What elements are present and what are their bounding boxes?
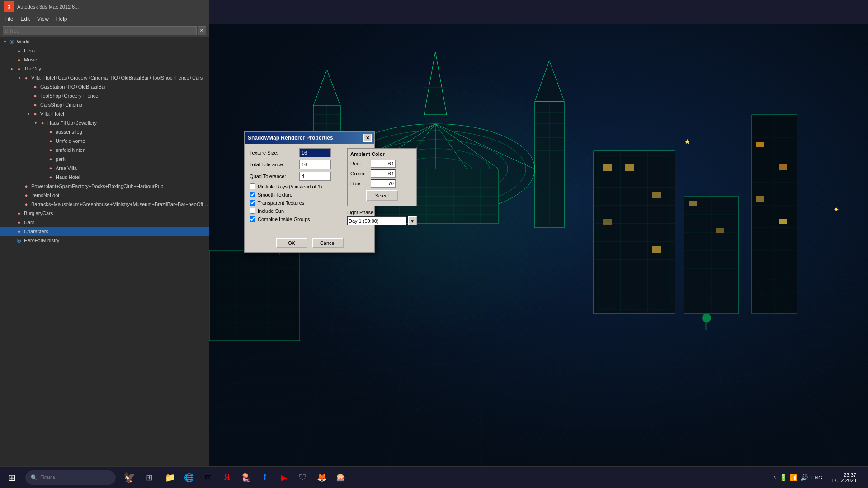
- taskbar-bird-icon[interactable]: 🦅: [120, 467, 138, 488]
- tree-node-barracks[interactable]: ● Barracks+Mausoleum+Greenhouse+Ministry…: [0, 200, 209, 209]
- include-sun-row: Include Sun: [250, 208, 331, 214]
- green-input[interactable]: [371, 169, 396, 178]
- svg-rect-73: [779, 164, 787, 170]
- taskbar-mail-icon[interactable]: ✉: [199, 467, 217, 488]
- taskbar-youtube-icon[interactable]: ▶: [275, 467, 293, 488]
- scene-tree: ▼ ◎ World ♦ Hero ♦ Music ► ♦ TheCity ▼ ●…: [0, 37, 209, 458]
- quad-tolerance-input[interactable]: [299, 172, 331, 181]
- menu-view[interactable]: View: [33, 14, 52, 24]
- smooth-texture-checkbox[interactable]: [250, 192, 255, 197]
- svg-line-81: [209, 363, 868, 431]
- expand-icon-music: [9, 56, 15, 63]
- texture-size-label: Texture Size:: [250, 150, 299, 155]
- total-tolerance-input[interactable]: [299, 160, 331, 169]
- red-label: Red:: [350, 161, 371, 166]
- tree-node-carsshop[interactable]: ● CarsShop+Cinema: [0, 100, 209, 109]
- green-row: Green:: [350, 169, 414, 178]
- tree-search-close[interactable]: ✕: [198, 26, 206, 35]
- tree-node-itemsnoloot[interactable]: ● ItemsNoLoot: [0, 191, 209, 200]
- blue-input[interactable]: [371, 179, 396, 188]
- gasstation-icon: ●: [32, 83, 39, 90]
- light-phase-input[interactable]: [347, 216, 406, 225]
- tree-node-world[interactable]: ▼ ◎ World: [0, 37, 209, 46]
- expand-icon-umfeld-hinten: [41, 147, 47, 153]
- cancel-button[interactable]: Cancel: [312, 238, 344, 248]
- taskbar-view-icon[interactable]: ⊞: [140, 467, 158, 488]
- chevron-up-icon[interactable]: ∧: [773, 474, 777, 481]
- ambient-select-button[interactable]: Select: [366, 190, 398, 201]
- multiple-rays-checkbox[interactable]: [250, 183, 255, 189]
- dialog-footer: OK Cancel: [245, 234, 374, 252]
- tree-node-heroforministry-label: HeroForMinistry: [24, 238, 59, 243]
- start-button[interactable]: ⊞: [0, 467, 24, 488]
- tree-node-burglarycars[interactable]: ● BurglaryCars: [0, 209, 209, 218]
- expand-icon-toolshop: [25, 93, 32, 99]
- tree-node-powerplant[interactable]: ● Powerplant+SpamFactory+Docks+BoxingClu…: [0, 182, 209, 191]
- menu-file[interactable]: File: [1, 14, 17, 24]
- expand-icon-thecity: ►: [9, 66, 15, 72]
- tree-node-villahotel-sub-label: Villa+Hotel: [40, 111, 64, 117]
- world-icon: ◎: [8, 38, 15, 45]
- tree-node-music[interactable]: ♦ Music: [0, 55, 209, 64]
- app-header: 3 Autodesk 3ds Max 2012 6...: [0, 0, 209, 14]
- tree-node-aussenstieg[interactable]: ● aussenstieg: [0, 127, 209, 136]
- svg-rect-100: [705, 322, 707, 330]
- select-button-container: Select: [350, 190, 414, 201]
- carsshop-icon: ●: [32, 101, 39, 108]
- tree-node-heroforministry[interactable]: ◎ HeroForMinistry: [0, 236, 209, 245]
- tree-node-haus-hotel[interactable]: ● Haus Hotel: [0, 173, 209, 182]
- svg-rect-62: [689, 201, 697, 206]
- tree-search-input[interactable]: [3, 26, 197, 35]
- tree-node-villahotel-sub[interactable]: ▼ ● Villa+Hotel: [0, 109, 209, 118]
- tree-node-villahotel-full[interactable]: ▼ ● Villa+Hotel+Gas+Grocery+Cinema+HQ+Ol…: [0, 73, 209, 82]
- tree-node-haus-fillup-label: Haus FillUp+Jewellery: [47, 120, 97, 126]
- tree-node-area-villa[interactable]: ● Area Villa: [0, 164, 209, 173]
- expand-icon-umfeld-vorne: [41, 138, 47, 144]
- area-villa-icon: ●: [47, 164, 54, 172]
- menu-edit[interactable]: Edit: [17, 14, 33, 24]
- taskbar-pinned-apps: 🦅 ⊞: [120, 467, 158, 488]
- transparent-textures-row: Transparent Textures: [250, 200, 331, 206]
- taskbar-yandex-icon[interactable]: Я: [218, 467, 236, 488]
- taskbar-explorer-icon[interactable]: 📁: [161, 467, 179, 488]
- tree-node-toolshop[interactable]: ● ToolShop+Grocery+Fence: [0, 91, 209, 100]
- tree-node-cars[interactable]: ● Cars: [0, 218, 209, 227]
- texture-size-input[interactable]: [299, 148, 331, 157]
- taskbar-edge-icon[interactable]: 🌐: [180, 467, 198, 488]
- combine-inside-groups-checkbox[interactable]: [250, 216, 255, 222]
- tree-node-gasstation[interactable]: ● GasStation+HQ+OldBrazilBar: [0, 82, 209, 91]
- tree-node-umfeld-hinten[interactable]: ● umfeld hinten: [0, 145, 209, 155]
- left-panel: 3 Autodesk 3ds Max 2012 6... File Edit V…: [0, 0, 209, 466]
- ok-button[interactable]: OK: [276, 238, 307, 248]
- taskbar-browser-icon[interactable]: 🦊: [313, 467, 331, 488]
- tree-node-barracks-label: Barracks+Mausoleum+Greenhouse+Ministry+M…: [31, 202, 209, 207]
- tray-icon-audio: 🔊: [800, 474, 808, 481]
- tree-node-umfeld-vorne[interactable]: ● Umfeld vorne: [0, 136, 209, 145]
- red-input[interactable]: [371, 160, 396, 168]
- light-phase-dropdown-button[interactable]: ▼: [408, 216, 417, 225]
- taskbar-search-input[interactable]: [40, 474, 104, 481]
- menu-help[interactable]: Help: [52, 14, 71, 24]
- taskbar: ⊞ 🔍 🦅 ⊞ 📁 🌐 ✉ Я 🪼 f ▶ 🛡 🦊 🎰 ∧ 🔋 📶 🔊 ENG …: [0, 466, 868, 488]
- total-tolerance-row: Total Tolerance:: [250, 160, 331, 169]
- tree-node-characters[interactable]: ● Characters: [0, 227, 209, 236]
- dialog-close-button[interactable]: ✕: [363, 134, 372, 142]
- transparent-textures-label: Transparent Textures: [258, 200, 304, 206]
- taskbar-game-icon[interactable]: 🎰: [332, 467, 350, 488]
- star-decoration-1: ★: [684, 137, 690, 146]
- tree-node-park[interactable]: ● park: [0, 155, 209, 164]
- blue-label: Blue:: [350, 181, 371, 186]
- expand-icon-area-villa: [41, 165, 47, 171]
- cars-icon: ●: [15, 219, 23, 226]
- tree-node-hero[interactable]: ♦ Hero: [0, 46, 209, 55]
- tree-node-haus-fillup[interactable]: ▼ ● Haus FillUp+Jewellery: [0, 118, 209, 127]
- taskbar-jellyfish-icon[interactable]: 🪼: [237, 467, 255, 488]
- include-sun-checkbox[interactable]: [250, 208, 255, 214]
- taskbar-facebook-icon[interactable]: f: [256, 467, 274, 488]
- transparent-textures-checkbox[interactable]: [250, 200, 255, 206]
- language-indicator[interactable]: ENG: [811, 475, 822, 480]
- taskbar-shield-icon[interactable]: 🛡: [294, 467, 312, 488]
- tree-node-thecity[interactable]: ► ♦ TheCity: [0, 64, 209, 73]
- tree-node-gasstation-label: GasStation+HQ+OldBrazilBar: [40, 84, 106, 89]
- tree-node-park-label: park: [56, 156, 65, 162]
